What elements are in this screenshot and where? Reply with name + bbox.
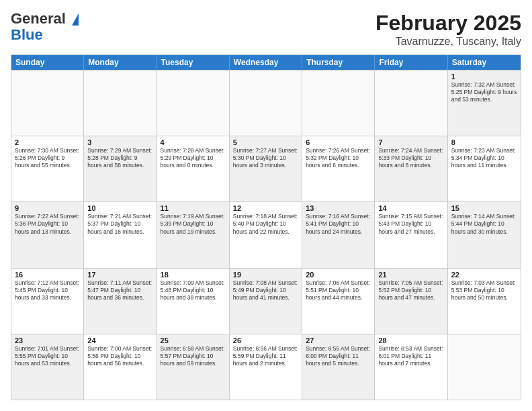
day-info: Sunrise: 6:56 AM Sunset: 5:59 PM Dayligh… (233, 345, 298, 367)
day-cell-13: 13Sunrise: 7:16 AM Sunset: 5:41 PM Dayli… (302, 202, 375, 267)
day-info: Sunrise: 7:27 AM Sunset: 5:30 PM Dayligh… (233, 147, 298, 169)
calendar-row-4: 23Sunrise: 7:01 AM Sunset: 5:55 PM Dayli… (11, 334, 521, 400)
day-number: 10 (87, 204, 152, 212)
day-cell-25: 25Sunrise: 6:58 AM Sunset: 5:57 PM Dayli… (157, 334, 230, 400)
day-info: Sunrise: 7:22 AM Sunset: 5:36 PM Dayligh… (15, 213, 80, 235)
day-info: Sunrise: 7:21 AM Sunset: 5:37 PM Dayligh… (87, 213, 152, 235)
day-info: Sunrise: 7:00 AM Sunset: 5:56 PM Dayligh… (87, 345, 152, 367)
weekday-header-wednesday: Wednesday (230, 55, 302, 70)
day-info: Sunrise: 6:58 AM Sunset: 5:57 PM Dayligh… (161, 345, 226, 367)
weekday-header-friday: Friday (375, 55, 447, 70)
day-info: Sunrise: 7:15 AM Sunset: 5:43 PM Dayligh… (378, 213, 443, 235)
day-info: Sunrise: 7:12 AM Sunset: 5:45 PM Dayligh… (15, 279, 80, 302)
calendar-header: SundayMondayTuesdayWednesdayThursdayFrid… (11, 55, 521, 70)
day-cell-15: 15Sunrise: 7:14 AM Sunset: 5:44 PM Dayli… (448, 202, 521, 267)
day-cell-24: 24Sunrise: 7:00 AM Sunset: 5:56 PM Dayli… (84, 334, 157, 400)
location: Tavarnuzze, Tuscany, Italy (375, 36, 521, 48)
day-info: Sunrise: 7:09 AM Sunset: 5:48 PM Dayligh… (161, 279, 226, 302)
day-info: Sunrise: 7:06 AM Sunset: 5:51 PM Dayligh… (306, 279, 371, 302)
day-info: Sunrise: 7:26 AM Sunset: 5:32 PM Dayligh… (306, 147, 371, 169)
day-number: 19 (233, 271, 298, 279)
day-info: Sunrise: 7:32 AM Sunset: 5:25 PM Dayligh… (451, 81, 517, 103)
day-number: 16 (15, 271, 80, 279)
day-number: 14 (378, 204, 443, 212)
day-cell-2: 2Sunrise: 7:30 AM Sunset: 5:26 PM Daylig… (11, 136, 84, 201)
day-info: Sunrise: 7:11 AM Sunset: 5:47 PM Dayligh… (87, 279, 152, 302)
weekday-header-thursday: Thursday (302, 55, 375, 70)
day-number: 18 (161, 271, 226, 279)
day-info: Sunrise: 7:18 AM Sunset: 5:40 PM Dayligh… (233, 213, 298, 235)
day-cell-20: 20Sunrise: 7:06 AM Sunset: 5:51 PM Dayli… (302, 269, 375, 334)
weekday-header-saturday: Saturday (448, 55, 521, 70)
calendar-row-1: 2Sunrise: 7:30 AM Sunset: 5:26 PM Daylig… (11, 136, 521, 201)
day-cell-27: 27Sunrise: 6:55 AM Sunset: 6:00 PM Dayli… (302, 334, 375, 400)
day-number: 12 (233, 204, 298, 212)
day-info: Sunrise: 7:28 AM Sunset: 5:29 PM Dayligh… (161, 147, 226, 169)
day-cell-12: 12Sunrise: 7:18 AM Sunset: 5:40 PM Dayli… (230, 202, 302, 267)
day-cell-23: 23Sunrise: 7:01 AM Sunset: 5:55 PM Dayli… (11, 334, 84, 400)
day-info: Sunrise: 7:24 AM Sunset: 5:33 PM Dayligh… (378, 147, 443, 169)
day-number: 15 (451, 204, 517, 212)
empty-cell-0-3 (230, 71, 302, 136)
day-number: 21 (378, 271, 443, 279)
day-cell-6: 6Sunrise: 7:26 AM Sunset: 5:32 PM Daylig… (302, 136, 375, 201)
day-cell-10: 10Sunrise: 7:21 AM Sunset: 5:37 PM Dayli… (84, 202, 157, 267)
day-number: 3 (87, 138, 152, 146)
day-cell-14: 14Sunrise: 7:15 AM Sunset: 5:43 PM Dayli… (375, 202, 447, 267)
day-number: 13 (306, 204, 371, 212)
day-info: Sunrise: 7:19 AM Sunset: 5:39 PM Dayligh… (161, 213, 226, 235)
day-cell-3: 3Sunrise: 7:29 AM Sunset: 5:28 PM Daylig… (84, 136, 157, 201)
day-number: 28 (378, 336, 443, 345)
empty-cell-0-5 (375, 71, 447, 136)
empty-cell-0-1 (84, 71, 157, 136)
day-number: 17 (87, 271, 152, 279)
day-cell-22: 22Sunrise: 7:03 AM Sunset: 5:53 PM Dayli… (448, 269, 521, 334)
day-cell-21: 21Sunrise: 7:05 AM Sunset: 5:52 PM Dayli… (375, 269, 447, 334)
day-cell-1: 1Sunrise: 7:32 AM Sunset: 5:25 PM Daylig… (448, 71, 521, 136)
day-info: Sunrise: 7:08 AM Sunset: 5:49 PM Dayligh… (233, 279, 298, 302)
day-number: 20 (306, 271, 371, 279)
day-cell-28: 28Sunrise: 6:53 AM Sunset: 6:01 PM Dayli… (375, 334, 447, 400)
day-cell-17: 17Sunrise: 7:11 AM Sunset: 5:47 PM Dayli… (84, 269, 157, 334)
day-cell-11: 11Sunrise: 7:19 AM Sunset: 5:39 PM Dayli… (157, 202, 230, 267)
day-info: Sunrise: 7:30 AM Sunset: 5:26 PM Dayligh… (15, 147, 80, 169)
day-number: 11 (161, 204, 226, 212)
day-info: Sunrise: 6:53 AM Sunset: 6:01 PM Dayligh… (378, 345, 443, 367)
day-cell-4: 4Sunrise: 7:28 AM Sunset: 5:29 PM Daylig… (157, 136, 230, 201)
day-cell-5: 5Sunrise: 7:27 AM Sunset: 5:30 PM Daylig… (230, 136, 302, 201)
weekday-header-tuesday: Tuesday (157, 55, 230, 70)
day-info: Sunrise: 7:03 AM Sunset: 5:53 PM Dayligh… (451, 279, 517, 302)
weekday-header-monday: Monday (84, 55, 157, 70)
day-info: Sunrise: 7:05 AM Sunset: 5:52 PM Dayligh… (378, 279, 443, 302)
day-cell-7: 7Sunrise: 7:24 AM Sunset: 5:33 PM Daylig… (375, 136, 447, 201)
day-info: Sunrise: 7:29 AM Sunset: 5:28 PM Dayligh… (87, 147, 152, 169)
day-number: 5 (233, 138, 298, 146)
day-number: 26 (233, 336, 298, 345)
day-info: Sunrise: 7:14 AM Sunset: 5:44 PM Dayligh… (451, 213, 517, 235)
empty-cell-0-4 (302, 71, 375, 136)
day-info: Sunrise: 7:01 AM Sunset: 5:55 PM Dayligh… (15, 345, 80, 367)
day-number: 22 (451, 271, 517, 279)
day-cell-18: 18Sunrise: 7:09 AM Sunset: 5:48 PM Dayli… (157, 269, 230, 334)
calendar-body: 1Sunrise: 7:32 AM Sunset: 5:25 PM Daylig… (11, 70, 521, 400)
logo-text: General Blue (11, 11, 79, 43)
day-number: 8 (451, 138, 517, 146)
empty-cell-4-6 (448, 334, 521, 400)
logo: General Blue (11, 11, 79, 43)
day-info: Sunrise: 6:55 AM Sunset: 6:00 PM Dayligh… (306, 345, 371, 367)
day-cell-26: 26Sunrise: 6:56 AM Sunset: 5:59 PM Dayli… (230, 334, 302, 400)
day-number: 9 (15, 204, 80, 212)
day-info: Sunrise: 7:16 AM Sunset: 5:41 PM Dayligh… (306, 213, 371, 235)
weekday-header-sunday: Sunday (11, 55, 84, 70)
logo-triangle-icon (72, 13, 79, 26)
page-header: General Blue February 2025 Tavarnuzze, T… (11, 11, 521, 48)
calendar-row-2: 9Sunrise: 7:22 AM Sunset: 5:36 PM Daylig… (11, 201, 521, 267)
logo-general: General (11, 10, 66, 27)
calendar-row-3: 16Sunrise: 7:12 AM Sunset: 5:45 PM Dayli… (11, 268, 521, 334)
day-number: 25 (161, 336, 226, 345)
day-number: 1 (451, 73, 517, 81)
empty-cell-0-2 (157, 71, 230, 136)
day-number: 2 (15, 138, 80, 146)
day-number: 23 (15, 336, 80, 345)
day-cell-16: 16Sunrise: 7:12 AM Sunset: 5:45 PM Dayli… (11, 269, 84, 334)
